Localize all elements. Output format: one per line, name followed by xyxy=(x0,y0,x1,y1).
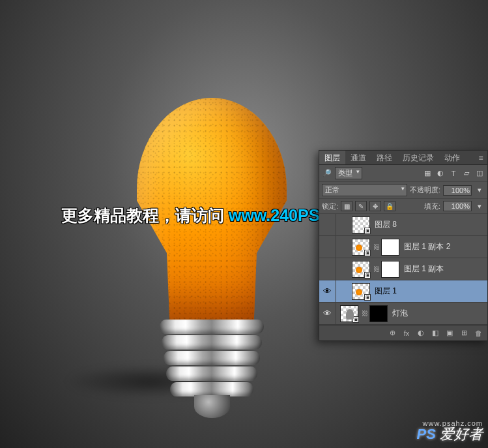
layer-content: ▣⛓图层 1 副本 2 xyxy=(336,239,450,256)
visibility-toggle[interactable]: 👁 xyxy=(319,303,336,324)
filter-smart-icon[interactable]: ◫ xyxy=(474,168,485,179)
opacity-chevron-icon[interactable]: ▾ xyxy=(474,185,485,196)
smart-object-badge-icon: ▣ xyxy=(364,294,371,301)
layer-content: ▣图层 8 xyxy=(336,217,397,233)
layer-row[interactable]: 👁▣图层 1 xyxy=(319,280,487,303)
lock-pixels-button[interactable]: ✎ xyxy=(355,201,367,211)
layer-content: ▣⛓图层 1 副本 xyxy=(336,261,444,278)
lock-row: 锁定: ▦ ✎ ✥ 🔒 填充: ▾ xyxy=(319,199,487,214)
panel-menu-button[interactable]: ≡ xyxy=(474,151,487,164)
layer-name-label[interactable]: 图层 1 xyxy=(375,286,397,297)
mask-link-icon[interactable]: ⛓ xyxy=(373,243,380,250)
add-adjustment-button[interactable]: ◧ xyxy=(430,329,440,337)
watermark-prefix: 更多精品教程，请访问 xyxy=(61,206,229,224)
mask-link-icon[interactable]: ⛓ xyxy=(373,265,380,273)
layers-list: ▣图层 8▣⛓图层 1 副本 2▣⛓图层 1 副本👁▣图层 1👁▣⛓灯泡 xyxy=(319,214,487,325)
layer-thumbnail[interactable] xyxy=(369,305,388,322)
tab-history[interactable]: 历史记录 xyxy=(397,151,439,164)
visibility-toggle[interactable]: 👁 xyxy=(319,280,336,302)
layer-fx-button[interactable]: fx xyxy=(401,329,412,337)
layer-content: ▣图层 1 xyxy=(336,283,397,300)
layer-thumbnail[interactable]: ▣ xyxy=(352,217,370,233)
add-mask-button[interactable]: ◐ xyxy=(416,329,426,337)
layer-name-label[interactable]: 灯泡 xyxy=(392,308,408,319)
tab-layers[interactable]: 图层 xyxy=(319,151,345,164)
layer-row[interactable]: ▣⛓图层 1 副本 2 xyxy=(319,236,487,258)
blend-mode-select[interactable]: 正常 xyxy=(322,184,407,196)
bulb-metal-base xyxy=(160,320,264,417)
fill-label: 填充: xyxy=(424,202,440,211)
watermark-text: 更多精品教程，请访问 www.240PS.com xyxy=(61,205,358,226)
new-group-button[interactable]: ▣ xyxy=(444,329,455,337)
filter-shape-icon[interactable]: ▱ xyxy=(461,168,472,179)
smart-object-badge-icon: ▣ xyxy=(364,228,371,234)
mask-link-icon[interactable]: ⛓ xyxy=(362,310,368,317)
search-kind-icon: 🔎 xyxy=(322,168,332,179)
layer-name-label[interactable]: 图层 1 副本 2 xyxy=(404,241,450,252)
layer-row[interactable]: ▣⛓图层 1 副本 xyxy=(319,258,487,280)
lock-position-button[interactable]: ✥ xyxy=(369,201,381,211)
smart-object-badge-icon: ▣ xyxy=(364,250,371,256)
layer-name-label[interactable]: 图层 8 xyxy=(375,219,397,230)
layer-thumbnail[interactable]: ▣ xyxy=(340,305,358,322)
fill-input[interactable] xyxy=(443,201,472,211)
filter-type-icon[interactable]: T xyxy=(448,168,459,179)
layer-row[interactable]: 👁▣⛓灯泡 xyxy=(319,303,487,325)
delete-layer-button[interactable]: 🗑 xyxy=(473,329,483,337)
filter-adjust-icon[interactable]: ◐ xyxy=(435,168,446,179)
new-layer-button[interactable]: ⊞ xyxy=(459,329,469,337)
layer-name-label[interactable]: 图层 1 副本 xyxy=(404,263,444,275)
lock-all-button[interactable]: 🔒 xyxy=(384,201,395,211)
lock-transparent-button[interactable]: ▦ xyxy=(341,201,352,211)
layer-thumbnail[interactable]: ▣ xyxy=(352,283,370,300)
composite-artwork xyxy=(130,98,293,391)
panel-tabstrip: 图层 通道 路径 历史记录 动作 ≡ xyxy=(319,151,487,165)
layer-thumbnail[interactable]: ▣ xyxy=(352,261,370,278)
visibility-toggle[interactable] xyxy=(319,236,336,258)
corner-logo-text: 爱好者 xyxy=(436,426,483,442)
fill-chevron-icon[interactable]: ▾ xyxy=(474,201,485,211)
tab-paths[interactable]: 路径 xyxy=(371,151,397,164)
smart-object-badge-icon: ▣ xyxy=(364,272,371,278)
filter-pixel-icon[interactable]: ▦ xyxy=(422,168,433,179)
blend-row: 正常 不透明度: ▾ xyxy=(319,182,487,199)
tab-actions[interactable]: 动作 xyxy=(439,151,465,164)
smart-object-badge-icon: ▣ xyxy=(352,316,359,323)
layer-thumbnail[interactable]: ▣ xyxy=(352,239,370,256)
filter-row: 🔎 类型 ▦ ◐ T ▱ ◫ xyxy=(319,165,487,182)
opacity-label: 不透明度: xyxy=(410,185,440,195)
corner-logo: PS 爱好者 xyxy=(417,425,483,444)
layer-content: ▣⛓灯泡 xyxy=(336,305,408,322)
filter-kind-select[interactable]: 类型 xyxy=(335,167,362,179)
visibility-toggle[interactable] xyxy=(319,214,336,235)
visibility-toggle[interactable] xyxy=(319,258,336,280)
tab-channels[interactable]: 通道 xyxy=(345,151,371,164)
lock-label: 锁定: xyxy=(322,202,338,211)
layer-thumbnail[interactable] xyxy=(381,261,399,278)
layer-row[interactable]: ▣图层 8 xyxy=(319,214,487,236)
link-layers-button[interactable]: ⊕ xyxy=(387,329,397,337)
layers-panel: 图层 通道 路径 历史记录 动作 ≡ 🔎 类型 ▦ ◐ T ▱ ◫ 正常 不透明… xyxy=(319,150,488,341)
panel-footer: ⊕ fx ◐ ◧ ▣ ⊞ 🗑 xyxy=(319,325,487,340)
opacity-input[interactable] xyxy=(443,185,472,196)
corner-logo-ps: PS xyxy=(417,426,436,442)
layer-thumbnail[interactable] xyxy=(381,239,399,256)
